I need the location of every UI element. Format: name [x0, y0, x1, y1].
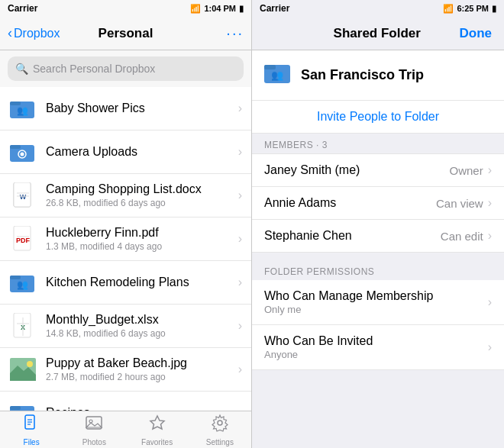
- right-panel: Carrier 📶 6:25 PM ▮ Shared Folder Done 👥…: [252, 0, 504, 448]
- file-meta: 2.7 MB, modified 2 hours ago: [46, 372, 238, 382]
- tab-favorites[interactable]: Favorites: [126, 411, 189, 448]
- status-bar-right: Carrier 📶 6:25 PM ▮: [252, 0, 504, 17]
- carrier-left: Carrier: [8, 3, 37, 14]
- member-role: Can edit: [441, 230, 483, 243]
- back-label[interactable]: Dropbox: [14, 27, 60, 40]
- permission-item-membership[interactable]: Who Can Manage Membership Only me ›: [252, 280, 504, 325]
- nav-title-left: Personal: [99, 26, 153, 41]
- chevron-right-icon: ›: [238, 189, 242, 202]
- folder-name: San Francisco Trip: [301, 67, 424, 83]
- chevron-right-icon: ›: [238, 232, 242, 246]
- list-item[interactable]: PDF Huckleberry Finn.pdf 1.3 MB, modifie…: [0, 218, 251, 261]
- list-item[interactable]: Camera Uploads ›: [0, 131, 251, 174]
- tab-files-label: Files: [24, 438, 40, 446]
- left-panel: Carrier 📶 1:04 PM ▮ ‹ Dropbox Personal ·…: [0, 0, 252, 448]
- svg-text:PDF: PDF: [16, 237, 31, 244]
- permission-info: Who Can Manage Membership Only me: [264, 289, 488, 315]
- nav-title-right: Shared Folder: [334, 26, 421, 41]
- tab-files[interactable]: Files: [0, 411, 63, 448]
- file-meta: 26.8 KB, modified 6 days ago: [46, 198, 238, 208]
- file-list: 👥 Baby Shower Pics › Camera Uploads: [0, 87, 251, 411]
- member-name: Annie Adams: [264, 196, 436, 210]
- svg-rect-4: [10, 145, 21, 149]
- file-name: Monthly_Budget.xlsx: [46, 313, 238, 327]
- list-item[interactable]: Recipes ›: [0, 392, 251, 411]
- member-item[interactable]: Annie Adams Can view ›: [252, 187, 504, 220]
- svg-rect-27: [10, 406, 21, 410]
- time-left: 1:04 PM: [204, 4, 236, 13]
- chevron-right-icon: ›: [488, 340, 492, 354]
- members-section-header: MEMBERS · 3: [252, 134, 504, 153]
- permission-title: Who Can Be Invited: [264, 334, 488, 348]
- svg-point-36: [218, 421, 222, 425]
- back-button[interactable]: ‹ Dropbox: [8, 25, 60, 41]
- file-info: Kitchen Remodeling Plans: [46, 276, 238, 289]
- permission-info: Who Can Be Invited Anyone: [264, 334, 488, 360]
- permissions-section: FOLDER PERMISSIONS Who Can Manage Member…: [252, 260, 504, 370]
- tab-favorites-label: Favorites: [141, 438, 173, 446]
- pdf-icon: PDF: [9, 225, 37, 253]
- tab-photos-label: Photos: [82, 438, 106, 446]
- file-info: Monthly_Budget.xlsx 14.8 KB, modified 6 …: [46, 313, 238, 339]
- folder-camera-icon: [9, 138, 37, 166]
- xlsx-icon: X: [9, 312, 37, 340]
- search-icon: 🔍: [15, 63, 28, 75]
- carrier-right: Carrier: [260, 3, 289, 14]
- wifi-icon-right: 📶: [443, 4, 454, 14]
- settings-icon: [211, 414, 229, 437]
- chevron-right-icon: ›: [488, 196, 492, 210]
- list-item[interactable]: X Monthly_Budget.xlsx 14.8 KB, modified …: [0, 305, 251, 348]
- file-meta: 1.3 MB, modified 4 days ago: [46, 241, 238, 252]
- more-button[interactable]: ···: [226, 24, 244, 42]
- file-name: Puppy at Baker Beach.jpg: [46, 356, 238, 370]
- svg-point-6: [21, 153, 24, 156]
- file-info: Camping Shopping List.docx 26.8 KB, modi…: [46, 182, 238, 208]
- file-name: Baby Shower Pics: [46, 102, 238, 115]
- files-icon: [22, 414, 40, 437]
- list-item[interactable]: 👥 Baby Shower Pics ›: [0, 87, 251, 131]
- docx-icon: W: [9, 182, 37, 209]
- file-name: Huckleberry Finn.pdf: [46, 226, 238, 240]
- svg-text:👥: 👥: [17, 105, 28, 116]
- member-role: Can view: [436, 197, 483, 210]
- battery-icon: ▮: [239, 4, 244, 14]
- member-name: Stephanie Chen: [264, 229, 441, 243]
- list-item[interactable]: Puppy at Baker Beach.jpg 2.7 MB, modifie…: [0, 348, 251, 392]
- done-button[interactable]: Done: [460, 26, 493, 41]
- status-bar-left: Carrier 📶 1:04 PM ▮: [0, 0, 251, 17]
- time-right: 6:25 PM: [457, 4, 489, 13]
- jpg-icon: [9, 356, 37, 383]
- svg-marker-34: [86, 423, 102, 427]
- file-info: Huckleberry Finn.pdf 1.3 MB, modified 4 …: [46, 226, 238, 252]
- file-info: Puppy at Baker Beach.jpg 2.7 MB, modifie…: [46, 356, 238, 382]
- photos-icon: [85, 414, 103, 437]
- permission-item-invite[interactable]: Who Can Be Invited Anyone ›: [252, 325, 504, 370]
- wifi-icon: 📶: [190, 4, 201, 14]
- chevron-right-icon: ›: [488, 163, 492, 177]
- folder-shared-icon: 👥: [9, 269, 37, 296]
- tab-settings[interactable]: Settings: [189, 411, 251, 448]
- tab-photos[interactable]: Photos: [63, 411, 125, 448]
- search-bar[interactable]: 🔍 Search Personal Dropbox: [8, 56, 244, 81]
- chevron-right-icon: ›: [238, 145, 242, 159]
- permission-title: Who Can Manage Membership: [264, 289, 488, 303]
- member-item[interactable]: Janey Smith (me) Owner ›: [252, 154, 504, 187]
- file-info: Camera Uploads: [46, 145, 238, 159]
- favorites-icon: [148, 414, 166, 437]
- members-list: Janey Smith (me) Owner › Annie Adams Can…: [252, 153, 504, 253]
- chevron-right-icon: ›: [238, 276, 242, 289]
- svg-point-25: [27, 361, 33, 367]
- invite-people-button[interactable]: Invite People to Folder: [252, 101, 504, 134]
- list-item[interactable]: 👥 Kitchen Remodeling Plans ›: [0, 261, 251, 305]
- member-item[interactable]: Stephanie Chen Can edit ›: [252, 220, 504, 252]
- list-item[interactable]: W Camping Shopping List.docx 26.8 KB, mo…: [0, 174, 251, 218]
- status-icons-left: 📶 1:04 PM ▮: [190, 4, 244, 14]
- file-info: Baby Shower Pics: [46, 102, 238, 115]
- permission-value: Anyone: [264, 349, 488, 360]
- folder-header: 👥 San Francisco Trip: [252, 50, 504, 101]
- svg-marker-35: [150, 416, 164, 429]
- tab-bar: Files Photos Favorites: [0, 411, 251, 448]
- invite-label: Invite People to Folder: [317, 110, 439, 123]
- chevron-right-icon: ›: [488, 295, 492, 309]
- permissions-section-header: FOLDER PERMISSIONS: [252, 260, 504, 280]
